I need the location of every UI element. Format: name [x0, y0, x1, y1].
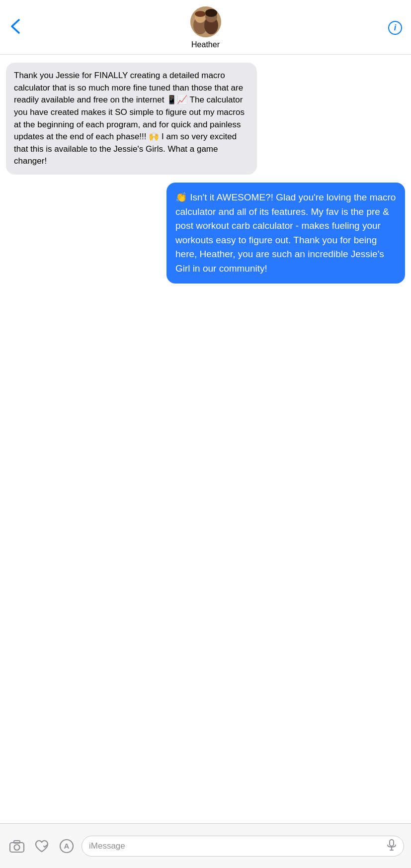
svg-point-8	[14, 845, 20, 850]
svg-point-5	[205, 9, 217, 17]
input-placeholder: iMessage	[89, 841, 125, 851]
message-received-1: Thank you Jessie for FINALLY creating a …	[6, 63, 257, 175]
message-sent-1: 👏 Isn't it AWESOME?! Glad you're loving …	[166, 183, 405, 284]
svg-rect-12	[390, 840, 394, 846]
svg-text:A: A	[64, 842, 70, 850]
appstore-button[interactable]: A	[57, 836, 77, 856]
camera-button[interactable]	[7, 836, 27, 856]
header: Heather i	[0, 0, 411, 55]
contact-header[interactable]: Heather	[190, 6, 221, 49]
svg-rect-7	[10, 843, 24, 852]
messages-area: Thank you Jessie for FINALLY creating a …	[0, 55, 411, 823]
svg-point-6	[195, 11, 206, 17]
photo-button[interactable]	[32, 836, 52, 856]
microphone-icon[interactable]	[387, 839, 397, 853]
contact-name: Heather	[191, 40, 220, 49]
bottom-toolbar: A iMessage	[0, 823, 411, 868]
info-icon[interactable]: i	[388, 21, 402, 35]
message-input[interactable]: iMessage	[82, 836, 404, 857]
avatar	[190, 6, 221, 37]
info-button[interactable]: i	[382, 21, 402, 35]
back-button[interactable]	[9, 18, 29, 37]
svg-rect-9	[14, 841, 20, 843]
